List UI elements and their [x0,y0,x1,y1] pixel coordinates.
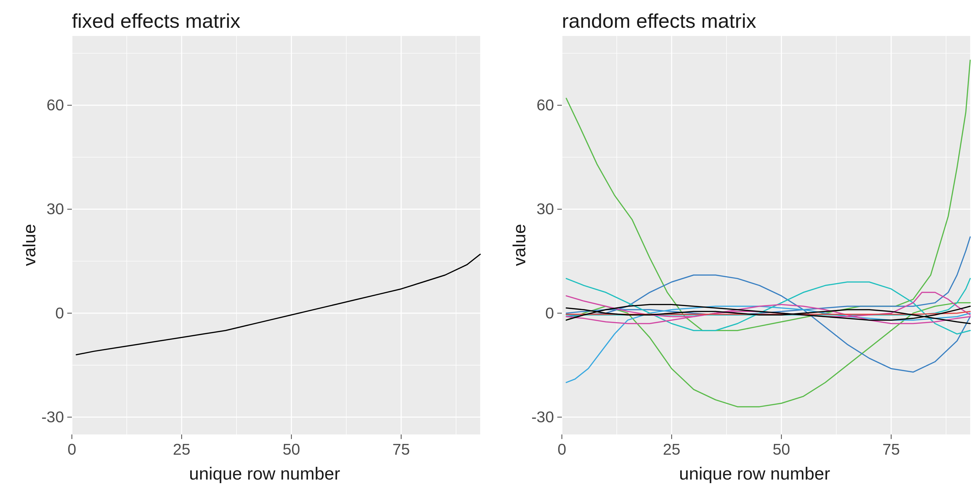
chart-right-container: random effects matrix value unique row n… [490,0,980,490]
y-tick-label: -30 [531,408,554,426]
x-tick-label: 0 [558,441,566,458]
x-tick-label: 25 [173,441,190,458]
chart-left-container: fixed effects matrix value unique row nu… [0,0,490,490]
y-tick-label: 30 [47,200,64,218]
x-tick-label: 50 [773,441,790,458]
y-tick-label: 0 [545,304,554,322]
page-root: fixed effects matrix value unique row nu… [0,0,980,490]
chart-right-plot: 0255075-3003060 [490,0,980,490]
y-tick-label: 30 [537,200,554,218]
y-tick-label: 60 [537,96,554,114]
x-tick-label: 75 [392,441,410,458]
plot-panel [72,36,480,434]
plot-panel [562,36,970,434]
x-tick-label: 75 [882,441,900,458]
y-tick-label: -30 [41,408,64,426]
x-tick-label: 25 [663,441,680,458]
x-tick-label: 0 [68,441,76,458]
y-tick-label: 0 [55,304,64,322]
y-tick-label: 60 [47,96,64,114]
chart-left-plot: 0255075-3003060 [0,0,490,490]
x-tick-label: 50 [283,441,300,458]
